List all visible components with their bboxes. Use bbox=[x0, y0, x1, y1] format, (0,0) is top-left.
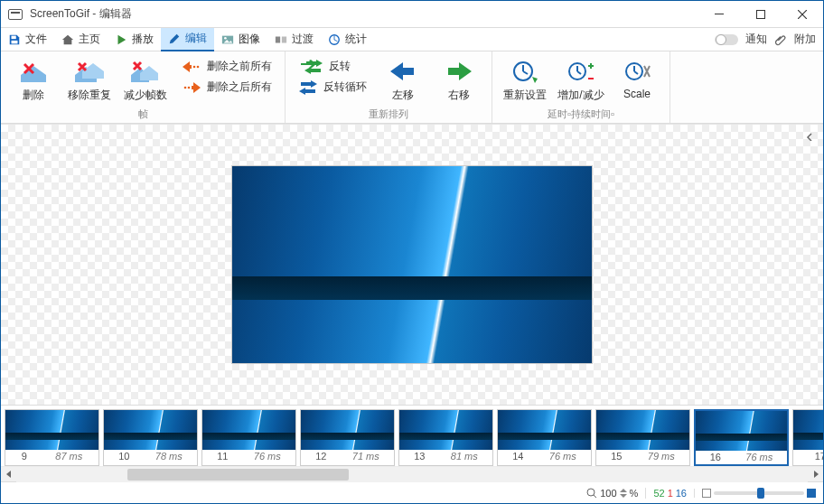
frame-index: 12 bbox=[315, 451, 326, 462]
menu-home[interactable]: 主页 bbox=[54, 28, 108, 51]
frame-item[interactable]: 17 bbox=[792, 409, 823, 466]
svg-rect-2 bbox=[12, 40, 18, 43]
statusbar: 100 % 52 1 16 bbox=[1, 481, 823, 503]
frame-meta: 1476 ms bbox=[498, 450, 591, 463]
reduce-frames-button[interactable]: 减少帧数 bbox=[120, 57, 171, 105]
menu-edit[interactable]: 编辑 bbox=[161, 28, 214, 51]
scroll-thumb[interactable] bbox=[127, 469, 349, 481]
ribbon-group-frame: 删除 移除重复 减少帧数 删除之前所有 bbox=[1, 51, 286, 123]
arrow-right-icon bbox=[445, 59, 473, 84]
frame-thumb bbox=[5, 410, 98, 450]
svg-point-11 bbox=[184, 86, 187, 89]
reset-delay-button[interactable]: 重新设置 bbox=[500, 57, 550, 105]
attach-icon bbox=[774, 33, 787, 46]
frame-index: 9 bbox=[22, 451, 27, 462]
svg-point-4 bbox=[224, 36, 227, 39]
frame-thumb bbox=[399, 410, 492, 450]
zoom-out-button[interactable] bbox=[702, 489, 711, 498]
frame-item[interactable]: 1676 ms bbox=[694, 409, 789, 466]
maximize-button[interactable] bbox=[740, 1, 782, 28]
menu-image[interactable]: 图像 bbox=[214, 28, 267, 51]
frame-counters: 52 1 16 bbox=[645, 488, 687, 499]
minimize-button[interactable] bbox=[698, 1, 740, 28]
svg-rect-6 bbox=[282, 36, 286, 42]
frame-meta: 1176 ms bbox=[202, 450, 295, 463]
frame-delay: 76 ms bbox=[549, 451, 576, 462]
frame-meta: 1579 ms bbox=[596, 450, 689, 463]
zoom-unit: % bbox=[630, 488, 639, 499]
reverse-loop-button[interactable]: 反转循环 bbox=[293, 78, 372, 97]
menu-file[interactable]: 文件 bbox=[1, 28, 54, 51]
frame-item[interactable]: 1476 ms bbox=[497, 409, 592, 466]
zoom-slider-group bbox=[694, 489, 816, 498]
menu-stats[interactable]: 统计 bbox=[321, 28, 374, 51]
zoom-in-button[interactable] bbox=[807, 489, 816, 498]
delete-button[interactable]: 删除 bbox=[8, 57, 59, 105]
frame-index: 11 bbox=[217, 451, 228, 462]
ribbon-group-delay: 重新设置 增加/减少 Scale 延时▫持续时间▫ bbox=[492, 51, 670, 123]
scale-button[interactable]: Scale bbox=[612, 57, 662, 105]
frame-scrollbar[interactable] bbox=[1, 466, 823, 481]
frame-item[interactable]: 1579 ms bbox=[595, 409, 690, 466]
remove-dup-button[interactable]: 移除重复 bbox=[64, 57, 115, 105]
menu-file-label: 文件 bbox=[25, 32, 47, 47]
delete-after-button[interactable]: 删除之后所有 bbox=[176, 78, 277, 97]
close-button[interactable] bbox=[782, 1, 823, 28]
notify-label: 通知 bbox=[745, 32, 767, 47]
frame-strip: 987 ms1078 ms1176 ms1271 ms1381 ms1476 m… bbox=[1, 405, 823, 481]
ribbon-collapse-button[interactable] bbox=[801, 128, 818, 145]
preview-image bbox=[231, 165, 593, 364]
delete-before-button[interactable]: 删除之前所有 bbox=[176, 57, 277, 76]
frame-thumb bbox=[793, 410, 823, 450]
reduce-frames-label: 减少帧数 bbox=[124, 88, 167, 103]
clock-plus-minus-icon bbox=[566, 59, 595, 84]
ribbon: 删除 移除重复 减少帧数 删除之前所有 bbox=[1, 51, 823, 124]
frame-delay: 76 ms bbox=[254, 451, 281, 462]
scroll-right-button[interactable] bbox=[808, 467, 823, 482]
inc-dec-button[interactable]: 增加/减少 bbox=[556, 57, 606, 105]
delete-label: 删除 bbox=[23, 88, 44, 103]
stats-icon bbox=[328, 33, 341, 46]
frame-delay: 78 ms bbox=[155, 451, 183, 462]
attach-label[interactable]: 附加 bbox=[794, 32, 816, 47]
group-frame-label: 帧 bbox=[8, 107, 277, 121]
move-right-button[interactable]: 右移 bbox=[434, 57, 484, 105]
zoom-slider[interactable] bbox=[714, 491, 804, 495]
current-frame: 16 bbox=[676, 488, 687, 499]
svg-point-15 bbox=[587, 489, 595, 496]
delete-range-stack: 删除之前所有 删除之后所有 bbox=[176, 57, 277, 105]
menu-transition-label: 过渡 bbox=[292, 32, 314, 47]
scroll-left-button[interactable] bbox=[1, 467, 16, 482]
frame-item[interactable]: 1381 ms bbox=[398, 409, 493, 466]
frame-delay: 76 ms bbox=[745, 452, 772, 462]
arrow-right-dotted-icon bbox=[182, 80, 201, 95]
frame-thumb bbox=[202, 410, 295, 450]
total-frames: 52 bbox=[653, 488, 664, 499]
preview-area[interactable] bbox=[1, 124, 823, 405]
frame-item[interactable]: 1271 ms bbox=[300, 409, 395, 466]
selected-count: 1 bbox=[668, 488, 673, 499]
zoom-stepper-icon[interactable] bbox=[620, 488, 627, 499]
menu-play[interactable]: 播放 bbox=[108, 28, 161, 51]
svg-point-9 bbox=[197, 65, 200, 68]
reverse-button[interactable]: 反转 bbox=[293, 57, 372, 76]
reverse-loop-icon bbox=[298, 80, 318, 95]
frame-item[interactable]: 987 ms bbox=[5, 409, 99, 466]
menu-play-label: 播放 bbox=[132, 32, 154, 47]
scroll-track[interactable] bbox=[16, 467, 808, 482]
frame-meta: 1271 ms bbox=[301, 450, 394, 463]
frame-thumb bbox=[498, 410, 591, 450]
menu-transition[interactable]: 过渡 bbox=[267, 28, 321, 51]
notify-toggle[interactable] bbox=[715, 34, 738, 45]
titlebar: ScreenToGif - 编辑器 bbox=[1, 1, 823, 28]
frame-item[interactable]: 1176 ms bbox=[201, 409, 296, 466]
frame-delay: 87 ms bbox=[55, 451, 82, 462]
arrow-left-dotted-icon bbox=[182, 60, 201, 74]
frame-list[interactable]: 987 ms1078 ms1176 ms1271 ms1381 ms1476 m… bbox=[1, 406, 823, 466]
zoom-control[interactable]: 100 % bbox=[586, 488, 638, 499]
delete-before-label: 删除之前所有 bbox=[207, 59, 272, 74]
frame-item[interactable]: 1078 ms bbox=[103, 409, 198, 466]
zoom-icon bbox=[586, 488, 597, 499]
reverse-label: 反转 bbox=[329, 59, 351, 74]
move-left-button[interactable]: 左移 bbox=[378, 57, 428, 105]
